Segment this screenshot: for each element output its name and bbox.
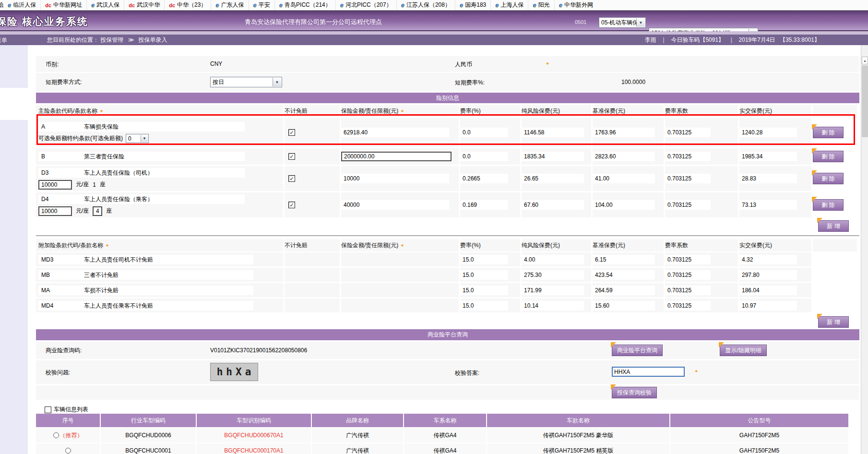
- clause-code: MB: [38, 270, 84, 280]
- clause-name-box: MA车损不计免赔: [38, 286, 253, 295]
- scroll-up-icon[interactable]: ▲: [862, 57, 868, 64]
- base-premium-value: 2823.60: [593, 152, 655, 161]
- no-deductible-checkbox[interactable]: ✓: [288, 175, 295, 182]
- no-deductible-checkbox[interactable]: ✓: [288, 129, 295, 136]
- delete-button[interactable]: 删 除: [813, 127, 844, 138]
- table-row: MB三者不计免赔 15.0 275.30 423.54 0.703125 297…: [36, 268, 859, 282]
- vehicle-select-radio[interactable]: [53, 432, 59, 438]
- add-main-risk-button[interactable]: 新 增: [818, 220, 849, 232]
- clause-code: B: [38, 152, 84, 161]
- scrollbar-thumb[interactable]: [862, 65, 868, 137]
- short-rate-label: 短期费率%:: [455, 79, 485, 87]
- column-header: 附加险条款代码/条款名称: [38, 241, 103, 250]
- vehicle-list-checkbox[interactable]: [45, 406, 51, 413]
- ie-favicon-icon: e: [8, 2, 11, 8]
- vehicle-select-radio[interactable]: [65, 448, 71, 454]
- rate-factor-value: 0.703125: [665, 301, 711, 311]
- delete-button[interactable]: 删 除: [813, 151, 844, 162]
- base-premium-value: 104.00: [593, 200, 655, 210]
- required-star-icon: ✦: [546, 61, 549, 66]
- per-seat-amount-input[interactable]: [38, 180, 72, 190]
- deductible-option-value: 0: [128, 135, 131, 142]
- vertical-scrollbar[interactable]: ▲: [861, 45, 868, 454]
- notice-model: GAH7150F2M5: [670, 443, 848, 454]
- per-seat-amount-input[interactable]: [38, 206, 72, 216]
- table-row: MA车损不计免赔 15.0 171.99 264.59 0.703125 186…: [36, 283, 859, 297]
- column-header: 保险金额/责任限额(元): [341, 241, 398, 250]
- base-premium-value: 6.15: [593, 255, 655, 264]
- platform-query-button[interactable]: 商业险平台查询: [612, 345, 663, 356]
- deductible-option-label: 可选免赔额特约条款(可选免赔额): [38, 134, 123, 143]
- model-id-code[interactable]: BGQFCHUC000170A1: [197, 443, 311, 454]
- column-header: 费率系数: [665, 107, 688, 115]
- rate-value: 0.169: [460, 200, 508, 210]
- model-name: 传祺GAH7150F2M5 精英版: [487, 443, 669, 454]
- column-header: 行业车型编码: [101, 414, 196, 427]
- rate-value: 15.0: [460, 255, 508, 264]
- pure-premium-value: 10.14: [522, 301, 584, 311]
- seat-count: 1: [93, 181, 96, 188]
- actual-premium-value: 297.80: [739, 270, 797, 280]
- bookmark-item-partial[interactable]: 会: [0, 1, 3, 9]
- base-premium-value: 41.00: [593, 174, 655, 183]
- currency-label: 币别:: [46, 60, 59, 68]
- captcha-row: 校验问题: hhXa 校验答案: ✦: [36, 360, 859, 384]
- policy-verify-button[interactable]: 投保查询校验: [612, 387, 657, 398]
- pure-premium-value: 4.00: [522, 255, 584, 264]
- clause-name-box: B 第三者责任保险: [38, 152, 245, 161]
- table-row: MD4车上人员责任乘客不计免赔 15.0 10.14 15.60 0.70312…: [36, 299, 859, 312]
- clause-name-box: A 车辆损失保险: [38, 122, 245, 131]
- query-code-label: 商业险查询码:: [46, 346, 82, 355]
- no-deductible-checkbox[interactable]: ✓: [288, 202, 295, 208]
- main-risk-table: 主险条款代码/条款名称✦ 不计免赔 保险金额/责任限额(元)✦ 费率(%) 纯风…: [36, 105, 859, 233]
- pure-premium-value: 171.99: [522, 286, 584, 295]
- rate-factor-value: 0.703125: [665, 152, 711, 161]
- delete-button[interactable]: 删 除: [813, 199, 844, 211]
- menu-toggle[interactable]: 菜单: [0, 36, 7, 45]
- currency-code: CNY: [210, 60, 222, 67]
- risk-section-title: 险别信息: [36, 93, 859, 103]
- clause-name: 车损不计免赔: [84, 286, 119, 295]
- amount-input[interactable]: [341, 152, 452, 161]
- add-addon-risk-button[interactable]: 新 增: [818, 316, 849, 328]
- actual-premium-value: 73.13: [739, 200, 797, 210]
- model-id-code[interactable]: BGQFCHUD000670A1: [197, 428, 311, 442]
- model-name: 传祺GAH7150F2M5 豪华版: [487, 428, 669, 442]
- rate-factor-value: 0.703125: [665, 174, 711, 183]
- actual-premium-value: 10.97: [739, 301, 797, 311]
- vehicle-table: 序号 行业车型编码 车型识别编码 品牌名称 车系名称 车款名称 公告型号 （推荐…: [36, 414, 849, 454]
- captcha-answer-input[interactable]: [612, 367, 685, 377]
- column-header: 费率(%): [460, 241, 481, 250]
- column-header: 基准保费(元): [593, 107, 625, 115]
- actual-premium-value: 1985.34: [739, 152, 797, 161]
- delete-button[interactable]: 删 除: [813, 173, 844, 184]
- rate-value: 0.0: [460, 128, 508, 137]
- toggle-detail-button[interactable]: 显示/隐藏明细: [720, 345, 766, 356]
- table-row: D4 车上人员责任保险（乘客） 元/座 座 ✓ 40000 0.169 67.6…: [36, 192, 859, 217]
- bookmark-item[interactable]: e临沂人保: [3, 0, 41, 10]
- main-content: 币别: CNY 人民币 ✦ 短期费率方式: 按日 ▼ 短期费率%: 100.00…: [36, 0, 859, 454]
- clause-code: D3: [38, 168, 84, 178]
- clause-code: D4: [38, 194, 84, 204]
- base-premium-value: 264.59: [593, 286, 655, 295]
- pure-premium-value: 275.30: [522, 270, 584, 280]
- column-header: 纯风险保费(元): [522, 241, 560, 250]
- clause-name: 车上人员责任司机不计免赔: [84, 255, 153, 264]
- per-seat-label: 元/座: [76, 207, 89, 215]
- amount-value: 10000: [341, 174, 449, 183]
- column-header: 保险金额/责任限额(元): [341, 107, 398, 115]
- clause-name: 车上人员责任保险（司机）: [84, 168, 153, 178]
- no-deductible-checkbox[interactable]: ✓: [288, 153, 295, 160]
- currency-row: 币别: CNY 人民币 ✦: [36, 56, 859, 72]
- short-rate-method-select[interactable]: 按日 ▼: [210, 77, 282, 87]
- clause-name: 车辆损失保险: [84, 122, 119, 131]
- seat-count-input[interactable]: [93, 206, 102, 216]
- deductible-option-select[interactable]: 0 ▼: [126, 134, 149, 143]
- rate-value: 0.2665: [460, 174, 508, 183]
- column-header: 基准保费(元): [593, 241, 625, 250]
- table-row: B 第三者责任保险 ✓ 0.0 1835.34 2823.60 0.703125…: [36, 148, 859, 165]
- currency-name: 人民币: [455, 60, 472, 69]
- amount-value: 40000: [341, 200, 449, 210]
- rate-factor-value: 0.703125: [665, 128, 711, 137]
- actual-premium-value: 186.04: [739, 286, 797, 295]
